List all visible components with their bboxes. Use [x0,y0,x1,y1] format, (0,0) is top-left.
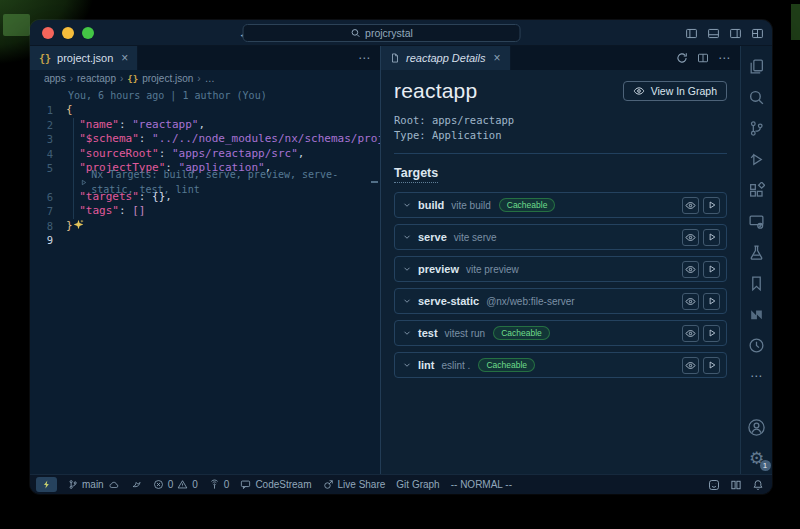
eye-icon [633,85,645,97]
nx-targets-codelens[interactable]: Nx Targets: build, serve, preview, serve… [30,176,380,190]
git-branch-status[interactable]: main [68,479,120,490]
chevron-down-icon[interactable] [402,328,412,338]
view-in-graph-button[interactable]: View In Graph [623,81,727,101]
notifications-bell-icon[interactable] [752,479,764,491]
tab-label: project.json [57,52,113,64]
refresh-icon[interactable] [676,52,688,64]
close-tab-icon[interactable]: × [494,51,501,65]
settings-badge: 1 [760,460,771,471]
gitlens-status[interactable] [131,479,142,490]
target-row[interactable]: preview vite preview [394,256,727,282]
target-row[interactable]: serve vite serve [394,224,727,250]
view-target-button[interactable] [682,197,699,214]
more-actions-icon[interactable]: ⋯ [718,51,731,65]
target-name: build [418,199,444,211]
play-icon [707,296,717,306]
feedback-smiley-icon[interactable] [708,479,720,491]
target-row[interactable]: test vitest run Cacheable [394,320,727,346]
toggle-primary-sidebar-icon[interactable] [685,27,698,40]
breadcrumb-item[interactable]: reactapp [77,73,116,84]
view-target-button[interactable] [682,357,699,374]
play-icon [707,200,717,210]
tab-reactapp-details[interactable]: reactapp Details × [381,46,511,70]
run-target-button[interactable] [703,357,720,374]
explorer-icon[interactable] [747,56,767,76]
code-line[interactable]: 1{ [30,103,380,118]
chevron-down-icon[interactable] [402,200,412,210]
code-line[interactable]: 4 "sourceRoot": "apps/reactapp/src", [30,147,380,162]
code-line[interactable]: 9 [30,233,380,248]
toggle-panel-icon[interactable] [707,27,720,40]
run-target-button[interactable] [703,197,720,214]
accounts-icon[interactable] [747,417,767,437]
breadcrumb-separator: › [197,73,200,84]
status-bar: main 0 0 0 CodeStream Live Share Git Gra… [30,474,772,494]
view-target-button[interactable] [682,261,699,278]
command-center-search[interactable]: projcrystal [243,24,521,42]
breadcrumb-item[interactable]: … [205,73,215,84]
breadcrumb-item[interactable]: project.json [142,73,193,84]
chevron-down-icon[interactable] [402,296,412,306]
search-icon [350,28,360,38]
target-row[interactable]: lint eslint . Cacheable [394,352,727,378]
play-icon [707,328,717,338]
remote-indicator[interactable] [36,477,57,492]
more-actions-icon[interactable]: ⋯ [358,51,371,65]
target-row[interactable]: serve-static @nx/web:file-server [394,288,727,314]
zoom-window-button[interactable] [82,27,94,39]
json-file-icon: {} [127,74,138,84]
eye-icon [685,232,696,243]
breadcrumb-item[interactable]: apps [44,73,66,84]
testing-beaker-icon[interactable] [747,242,767,262]
panel-columns-icon[interactable] [730,479,742,491]
code-editor[interactable]: You, 6 hours ago | 1 author (You)1{2 "na… [30,87,380,474]
run-and-debug-icon[interactable] [747,149,767,169]
code-line[interactable]: 8} [30,219,380,234]
close-window-button[interactable] [42,27,54,39]
view-target-button[interactable] [682,229,699,246]
chevron-down-icon[interactable] [402,360,412,370]
target-command: vite build [451,200,490,211]
tab-project-json[interactable]: {} project.json × [30,46,138,70]
source-control-icon[interactable] [747,118,767,138]
git-graph-status[interactable]: Git Graph [396,479,439,490]
bookmarks-icon[interactable] [747,273,767,293]
split-editor-icon[interactable] [697,52,709,64]
problems-status[interactable]: 0 0 [153,479,198,490]
eye-icon [685,296,696,307]
run-target-button[interactable] [703,325,720,342]
chevron-down-icon[interactable] [402,264,412,274]
vim-mode-indicator[interactable]: -- NORMAL -- [451,479,512,490]
more-views-icon[interactable]: ⋯ [747,366,767,386]
code-line[interactable]: 7 "tags": [] [30,204,380,219]
customize-layout-icon[interactable] [751,27,764,40]
close-tab-icon[interactable]: × [121,51,128,65]
settings-gear-icon[interactable]: ⚙ 1 [747,448,767,468]
target-row[interactable]: build vite build Cacheable [394,192,727,218]
chevron-down-icon[interactable] [402,232,412,242]
run-target-button[interactable] [703,261,720,278]
git-graph-label: Git Graph [396,479,439,490]
ports-status[interactable]: 0 [209,479,230,490]
codestream-status[interactable]: CodeStream [240,479,311,490]
extensions-icon[interactable] [747,180,767,200]
line-number: 9 [30,233,66,248]
toggle-secondary-sidebar-icon[interactable] [729,27,742,40]
targets-heading: Targets [394,166,438,183]
run-target-button[interactable] [703,293,720,310]
nx-console-icon[interactable] [747,304,767,324]
timeline-icon[interactable] [747,335,767,355]
run-target-button[interactable] [703,229,720,246]
view-target-button[interactable] [682,293,699,310]
search-icon[interactable] [747,87,767,107]
vim-mode-label: -- NORMAL -- [451,479,512,490]
view-target-button[interactable] [682,325,699,342]
live-share-status[interactable]: Live Share [323,479,386,490]
branch-name: main [82,479,104,490]
remote-explorer-icon[interactable] [747,211,767,231]
code-line[interactable]: 3 "$schema": "../../node_modules/nx/sche… [30,132,380,147]
gitlens-blame-annotation[interactable]: You, 6 hours ago | 1 author (You) [30,89,380,103]
minimize-window-button[interactable] [62,27,74,39]
nx-project-details-view: reactapp View In Graph Root: apps/reacta… [381,70,740,474]
code-line[interactable]: 2 "name": "reactapp", [30,118,380,133]
